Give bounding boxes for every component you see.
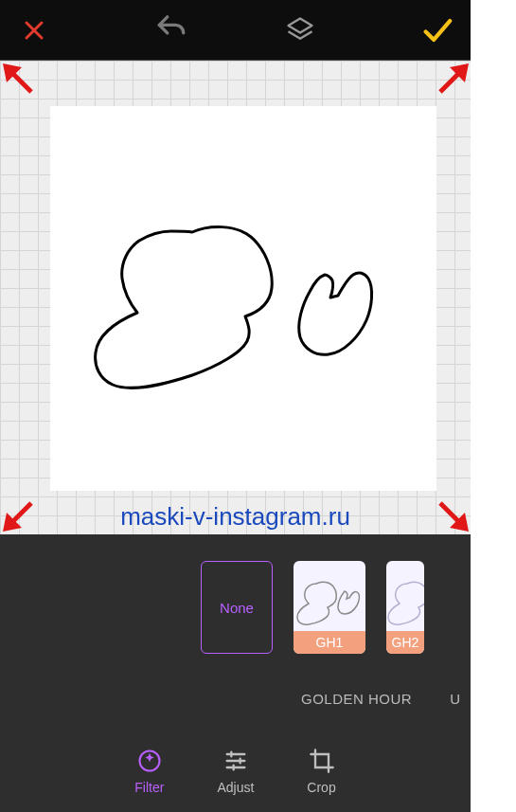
crop-handle-bl[interactable]: [3, 494, 41, 532]
filter-thumb-none[interactable]: None: [201, 561, 273, 654]
layers-button[interactable]: [281, 11, 319, 49]
tool-filter[interactable]: Filter: [134, 748, 164, 795]
confirm-button[interactable]: [418, 11, 455, 49]
arrow-icon: [431, 494, 469, 532]
bottom-tool-bar: Filter Adjust Crop: [0, 730, 471, 812]
crop-handle-tl[interactable]: [3, 63, 41, 101]
filter-thumb-gh2[interactable]: GH2: [386, 561, 424, 654]
adjust-icon: [222, 748, 249, 774]
user-image: [50, 106, 436, 491]
top-bar: [0, 0, 471, 60]
thumbnail-image: [295, 572, 364, 629]
check-icon: [420, 14, 453, 46]
arrow-icon: [3, 494, 41, 532]
thumbnail-image: [386, 572, 424, 629]
tool-label: Crop: [307, 780, 335, 795]
tool-crop[interactable]: Crop: [307, 748, 335, 795]
crop-icon: [309, 748, 335, 774]
arrow-icon: [431, 63, 469, 101]
close-icon: [23, 19, 45, 42]
filter-strip: None GH1 GH2 GOLDEN HOUR U: [0, 534, 471, 730]
filter-none-label: None: [220, 600, 254, 616]
svg-marker-2: [288, 18, 311, 32]
filter-icon: [136, 748, 163, 774]
category-golden-hour[interactable]: GOLDEN HOUR: [301, 691, 412, 707]
tool-label: Filter: [134, 780, 164, 795]
crop-handle-tr[interactable]: [431, 63, 469, 101]
watermark-text: maski-v-instagram.ru: [0, 502, 471, 532]
filter-thumb-gh1[interactable]: GH1: [294, 561, 365, 654]
close-button[interactable]: [15, 11, 53, 49]
tool-adjust[interactable]: Adjust: [217, 748, 254, 795]
filter-categories: GOLDEN HOUR U: [301, 691, 461, 707]
undo-icon: [155, 14, 187, 46]
crop-handle-br[interactable]: [431, 494, 469, 532]
category-urban[interactable]: U: [450, 691, 461, 707]
arrow-icon: [3, 63, 41, 101]
crop-canvas[interactable]: maski-v-instagram.ru: [0, 60, 471, 534]
filter-label: GH2: [386, 631, 424, 654]
tool-label: Adjust: [217, 780, 254, 795]
screen-padding: [471, 0, 516, 812]
filter-label: GH1: [294, 631, 365, 654]
undo-button[interactable]: [152, 11, 190, 49]
layers-icon: [286, 16, 314, 45]
